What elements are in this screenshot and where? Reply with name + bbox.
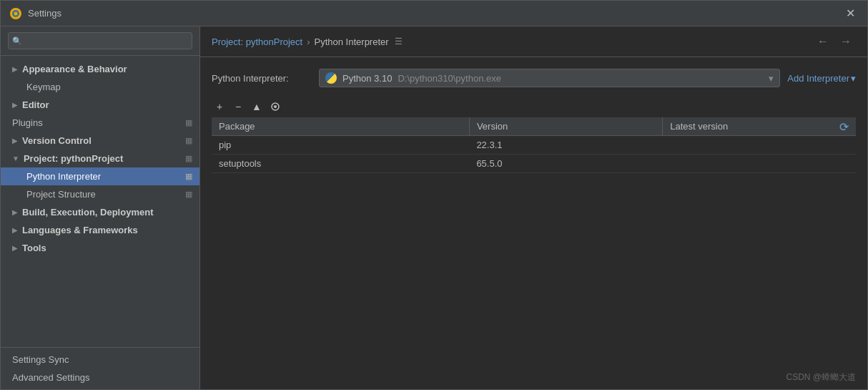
doc-icon: ☰	[395, 36, 403, 47]
add-interpreter-label: Add Interpreter	[787, 73, 849, 84]
interpreter-select-inner: Python 3.10 D:\python310\python.exe	[325, 72, 763, 84]
svg-point-4	[274, 105, 277, 108]
package-table: Package Version Latest version ⟳ pip	[212, 117, 856, 173]
sidebar-item-label: Appearance & Behavior	[22, 64, 127, 74]
settings-icon: ▦	[185, 172, 192, 181]
breadcrumb-current: Python Interpreter	[315, 36, 389, 47]
chevron-right-icon: ▶	[12, 137, 18, 145]
sidebar-item-label: Version Control	[22, 135, 92, 146]
sidebar-item-advanced-settings[interactable]: Advanced Settings	[1, 369, 199, 386]
content-area: Python Interpreter: Python 3.10 D:\pytho…	[200, 57, 867, 389]
table-row: setuptools 65.5.0	[212, 155, 856, 173]
python-logo-icon	[325, 72, 337, 84]
sidebar-item-label: Settings Sync	[12, 354, 69, 365]
window-title: Settings	[28, 8, 842, 19]
sidebar-item-version-control[interactable]: ▶ Version Control ▦	[1, 132, 199, 150]
move-up-button[interactable]: ▲	[249, 99, 265, 114]
settings-window: Settings ✕ 🔍 ▶ Appearance & Behavior Key…	[0, 0, 868, 390]
sidebar-item-editor[interactable]: ▶ Editor	[1, 96, 199, 114]
loading-spinner: ⟳	[839, 120, 849, 133]
sidebar-item-keymap[interactable]: Keymap	[1, 78, 199, 96]
show-button[interactable]	[267, 99, 283, 114]
sidebar-item-label: Build, Execution, Deployment	[22, 207, 153, 218]
sidebar-item-label: Keymap	[26, 82, 61, 92]
forward-button[interactable]: →	[836, 34, 856, 49]
package-latest	[663, 155, 856, 173]
search-input[interactable]	[8, 32, 192, 49]
sidebar-item-languages[interactable]: ▶ Languages & Frameworks	[1, 221, 199, 239]
settings-icon: ▦	[185, 154, 192, 163]
back-button[interactable]: ←	[813, 34, 833, 49]
settings-icon: ▦	[185, 136, 192, 145]
chevron-down-icon: ▼	[12, 155, 19, 162]
chevron-right-icon: ▶	[12, 65, 18, 73]
breadcrumb: Project: pythonProject › Python Interpre…	[200, 26, 867, 57]
remove-package-button[interactable]: −	[230, 99, 246, 114]
close-button[interactable]: ✕	[842, 5, 859, 22]
package-name: pip	[212, 136, 469, 155]
sidebar: 🔍 ▶ Appearance & Behavior Keymap ▶ Edito…	[1, 26, 200, 389]
add-package-button[interactable]: +	[212, 99, 227, 114]
chevron-right-icon: ▶	[12, 226, 18, 234]
interpreter-path: D:\python310\python.exe	[398, 73, 501, 84]
sidebar-item-label: Editor	[22, 99, 49, 110]
sidebar-item-project[interactable]: ▼ Project: pythonProject ▦	[1, 150, 199, 167]
add-interpreter-chevron-icon: ▾	[851, 73, 856, 84]
breadcrumb-separator: ›	[307, 36, 310, 47]
chevron-right-icon: ▶	[12, 208, 18, 216]
sidebar-item-label: Advanced Settings	[12, 372, 89, 383]
package-version: 22.3.1	[469, 136, 662, 155]
sidebar-item-tools[interactable]: ▶ Tools	[1, 239, 199, 257]
table-row: pip 22.3.1	[212, 136, 856, 155]
app-icon	[9, 7, 22, 20]
package-latest	[663, 136, 856, 155]
package-name: setuptools	[212, 155, 469, 173]
sidebar-item-label: Project Structure	[26, 189, 96, 200]
sidebar-item-appearance[interactable]: ▶ Appearance & Behavior	[1, 60, 199, 78]
sidebar-item-label: Plugins	[12, 117, 43, 128]
title-bar: Settings ✕	[1, 1, 867, 26]
search-bar: 🔍	[1, 26, 199, 56]
breadcrumb-nav: ← →	[813, 34, 856, 49]
sidebar-item-python-interpreter[interactable]: Python Interpreter ▦	[1, 167, 199, 185]
nav-items: ▶ Appearance & Behavior Keymap ▶ Editor …	[1, 56, 199, 347]
column-latest: Latest version ⟳	[663, 117, 856, 136]
sidebar-item-label: Languages & Frameworks	[22, 225, 138, 235]
svg-point-2	[14, 11, 18, 15]
package-version: 65.5.0	[469, 155, 662, 173]
add-interpreter-button[interactable]: Add Interpreter ▾	[787, 73, 856, 84]
breadcrumb-parent[interactable]: Project: pythonProject	[212, 36, 302, 47]
watermark: CSDN @蟑螂大道	[786, 371, 856, 384]
sidebar-item-label: Tools	[22, 243, 46, 253]
chevron-right-icon: ▶	[12, 244, 18, 252]
sidebar-bottom: Settings Sync Advanced Settings	[1, 347, 199, 389]
right-panel-wrapper: Project: pythonProject › Python Interpre…	[200, 26, 867, 389]
interpreter-row: Python Interpreter: Python 3.10 D:\pytho…	[212, 69, 856, 87]
package-toolbar: + − ▲	[212, 99, 856, 114]
sidebar-item-settings-sync[interactable]: Settings Sync	[1, 351, 199, 369]
settings-icon: ▦	[185, 118, 192, 127]
main-content: 🔍 ▶ Appearance & Behavior Keymap ▶ Edito…	[1, 26, 867, 389]
column-version: Version	[469, 117, 662, 136]
interpreter-version: Python 3.10	[342, 73, 392, 84]
sidebar-item-label: Python Interpreter	[26, 171, 101, 182]
sidebar-item-plugins[interactable]: Plugins ▦	[1, 114, 199, 132]
chevron-right-icon: ▶	[12, 101, 18, 109]
search-wrapper: 🔍	[8, 32, 192, 49]
search-icon: 🔍	[12, 36, 22, 46]
settings-icon: ▦	[185, 190, 192, 199]
interpreter-label: Python Interpreter:	[212, 73, 312, 84]
column-package: Package	[212, 117, 469, 136]
sidebar-item-project-structure[interactable]: Project Structure ▦	[1, 185, 199, 203]
interpreter-select[interactable]: Python 3.10 D:\python310\python.exe ▾	[319, 69, 780, 87]
sidebar-item-build[interactable]: ▶ Build, Execution, Deployment	[1, 203, 199, 221]
dropdown-arrow-icon: ▾	[769, 73, 774, 84]
sidebar-item-label: Project: pythonProject	[24, 153, 123, 164]
right-panel: Project: pythonProject › Python Interpre…	[200, 26, 867, 389]
